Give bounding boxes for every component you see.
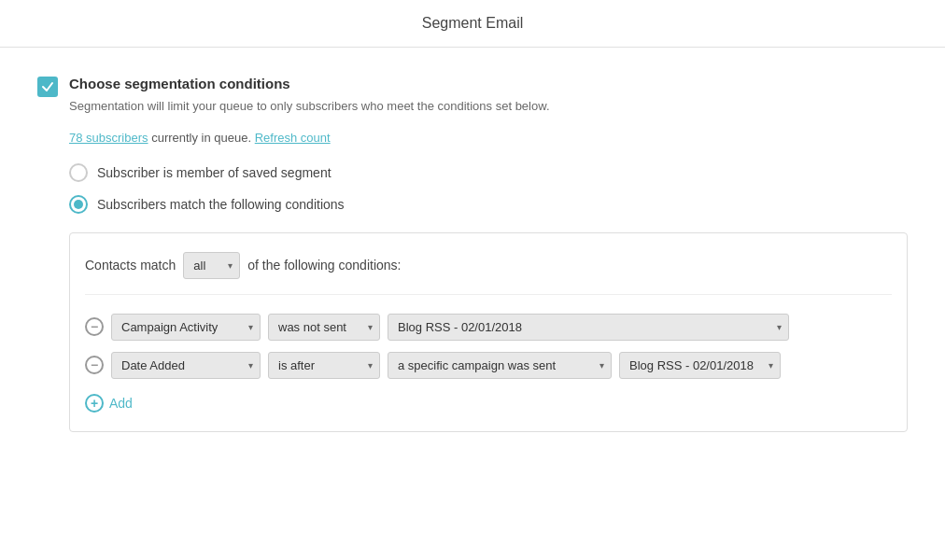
match-select-wrapper: all any ▾	[183, 252, 240, 279]
add-row: + Add	[85, 394, 892, 413]
section-header: Choose segmentation conditions Segmentat…	[37, 76, 908, 116]
add-condition-button[interactable]: + Add	[85, 394, 133, 413]
extra-value-2-select[interactable]: Blog RSS - 02/01/2018 Newsletter - 01/20…	[619, 352, 781, 379]
extra-value-2-wrapper: Blog RSS - 02/01/2018 Newsletter - 01/20…	[619, 352, 781, 379]
field-2-wrapper: Date Added Campaign Activity Email Activ…	[111, 352, 261, 379]
value-1-wrapper: Blog RSS - 02/01/2018 Newsletter - 01/20…	[388, 314, 789, 341]
radio-option-saved-segment[interactable]: Subscriber is member of saved segment	[69, 163, 908, 182]
radio-options: Subscriber is member of saved segment Su…	[69, 163, 908, 214]
operator-2-wrapper: is after is before is on ▾	[268, 352, 380, 379]
subscriber-count-link[interactable]: 78 subscribers	[69, 131, 148, 145]
radio-circle-saved	[69, 163, 88, 182]
remove-condition-2-button[interactable]	[85, 356, 104, 374]
field-2-select[interactable]: Date Added Campaign Activity Email Activ…	[111, 352, 261, 379]
condition-row-1: Campaign Activity Date Added Email Activ…	[85, 314, 892, 341]
add-circle-icon: +	[85, 394, 104, 413]
radio-label-following: Subscribers match the following conditio…	[97, 197, 345, 212]
main-content: Choose segmentation conditions Segmentat…	[0, 48, 945, 560]
segmentation-checkbox[interactable]	[37, 77, 58, 97]
value-1-select[interactable]: Blog RSS - 02/01/2018 Newsletter - 01/20…	[388, 314, 789, 341]
condition-row-2: Date Added Campaign Activity Email Activ…	[85, 352, 892, 379]
match-select[interactable]: all any	[183, 252, 240, 279]
match-row: Contacts match all any ▾ of the followin…	[85, 252, 892, 295]
radio-option-following-conditions[interactable]: Subscribers match the following conditio…	[69, 195, 908, 214]
of-following-label: of the following conditions:	[247, 258, 401, 273]
radio-circle-following	[69, 195, 88, 214]
section-header-text: Choose segmentation conditions Segmentat…	[69, 76, 550, 116]
remove-condition-1-button[interactable]	[85, 317, 104, 336]
field-1-wrapper: Campaign Activity Date Added Email Activ…	[111, 314, 261, 341]
add-label: Add	[109, 396, 133, 411]
section-description: Segmentation will limit your queue to on…	[69, 97, 550, 116]
operator-1-select[interactable]: was not sent was sent clicked opened	[268, 314, 380, 341]
page-title: Segment Email	[422, 15, 524, 31]
operator-1-wrapper: was not sent was sent clicked opened ▾	[268, 314, 380, 341]
page-header: Segment Email	[0, 0, 945, 48]
queue-text: currently in queue.	[148, 131, 255, 145]
field-1-select[interactable]: Campaign Activity Date Added Email Activ…	[111, 314, 261, 341]
operator-2-select[interactable]: is after is before is on	[268, 352, 380, 379]
conditions-box: Contacts match all any ▾ of the followin…	[69, 232, 908, 432]
contacts-match-label: Contacts match	[85, 258, 176, 273]
value-2-select[interactable]: a specific campaign was sent a specific …	[388, 352, 612, 379]
queue-info: 78 subscribers currently in queue. Refre…	[69, 131, 908, 145]
radio-label-saved: Subscriber is member of saved segment	[97, 165, 331, 180]
section-title: Choose segmentation conditions	[69, 76, 550, 91]
value-2-wrapper: a specific campaign was sent a specific …	[388, 352, 612, 379]
refresh-count-link[interactable]: Refresh count	[255, 131, 331, 145]
